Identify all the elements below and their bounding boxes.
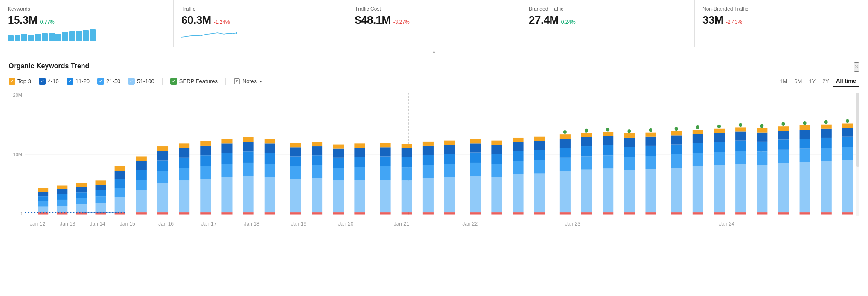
svg-rect-222 [757,133,767,142]
svg-rect-226 [778,163,789,212]
svg-rect-42 [136,190,147,212]
svg-rect-116 [402,157,412,167]
svg-text:Jan 24: Jan 24 [719,221,734,227]
svg-rect-127 [444,164,455,177]
svg-rect-25 [76,198,87,205]
svg-rect-170 [603,168,613,212]
svg-point-0 [236,32,237,34]
traffic-cost-label: Traffic Cost [355,6,510,12]
svg-rect-76 [243,137,254,142]
svg-rect-197 [693,212,703,214]
time-btn-2y[interactable]: 2Y [819,76,833,86]
svg-point-245 [824,120,828,124]
svg-rect-48 [157,183,168,212]
branded-label: Branded Traffic [529,6,684,12]
svg-rect-200 [693,143,703,153]
svg-point-175 [606,128,609,132]
legend-11-20-label: 11-20 [76,78,90,84]
legend-serp[interactable]: ✓ SERP Features [170,78,218,85]
legend-11-20[interactable]: ✓ 11-20 [67,78,90,85]
svg-rect-115 [402,167,412,180]
svg-rect-192 [671,154,682,168]
non-branded-change: -2.43% [726,19,742,25]
metric-traffic: Traffic 60.3M -1.24% [174,0,347,47]
metric-non-branded: Non-Branded Traffic 33M -2.43% [695,0,868,47]
svg-rect-114 [402,180,412,212]
notes-icon [233,78,240,85]
svg-rect-37 [115,188,125,197]
svg-rect-240 [821,161,832,212]
svg-rect-229 [778,131,789,139]
chart-section: Organic Keywords Trend × ✓ Top 3 ✓ 4-10 … [0,55,868,233]
svg-rect-205 [714,165,725,212]
svg-rect-34 [96,180,106,185]
svg-rect-28 [76,183,87,187]
branded-change: 0.24% [561,19,576,25]
close-button[interactable]: × [854,62,859,72]
time-btn-1y[interactable]: 1Y [805,76,819,86]
svg-rect-18 [57,206,67,212]
svg-rect-156 [560,171,571,212]
svg-rect-191 [671,168,682,212]
time-btn-all[interactable]: All time [833,76,859,87]
svg-rect-147 [513,142,524,151]
svg-rect-171 [603,155,613,168]
legend-21-50[interactable]: ✓ 21-50 [97,78,120,85]
svg-rect-97 [333,168,344,180]
svg-rect-81 [265,143,275,153]
legend-4-10[interactable]: ✓ 4-10 [39,78,59,85]
svg-rect-155 [560,212,571,214]
time-btn-6m[interactable]: 6M [791,76,805,86]
svg-rect-247 [842,160,853,212]
legend-top3-check: ✓ [9,78,15,85]
svg-rect-53 [179,212,189,214]
svg-rect-108 [380,180,391,212]
legend-11-20-check: ✓ [67,78,73,85]
svg-rect-221 [757,142,767,151]
svg-rect-237 [800,125,810,130]
svg-rect-63 [200,146,211,155]
svg-rect-49 [157,171,168,183]
svg-rect-65 [221,212,232,214]
svg-rect-15 [38,192,48,196]
legend-divider [162,78,163,85]
scrollbar-track[interactable] [856,93,859,216]
x-axis-labels: Jan 12 Jan 13 Jan 14 Jan 15 Jan 16 Jan 1… [25,219,859,229]
svg-rect-133 [470,163,481,176]
svg-rect-162 [581,212,592,214]
svg-rect-94 [312,142,322,146]
notes-label: Notes [242,78,257,84]
svg-rect-140 [491,154,502,164]
time-btn-1m[interactable]: 1M [776,76,791,86]
svg-rect-150 [534,174,545,212]
svg-rect-132 [470,176,481,212]
svg-rect-179 [624,147,635,157]
notes-button[interactable]: Notes ▾ [233,78,262,85]
svg-rect-185 [645,156,656,169]
svg-rect-219 [757,165,767,213]
svg-rect-159 [560,139,571,148]
svg-rect-74 [243,151,254,163]
svg-rect-95 [333,212,344,214]
collapse-bar[interactable]: ▲ [0,47,868,55]
legend-top3[interactable]: ✓ Top 3 [9,78,31,85]
svg-rect-188 [645,133,656,137]
svg-rect-60 [200,179,211,212]
svg-rect-174 [603,132,613,136]
svg-rect-178 [624,157,635,170]
svg-rect-66 [221,177,232,213]
svg-rect-144 [513,174,524,212]
svg-text:Jan 20: Jan 20 [338,221,353,227]
svg-rect-215 [735,131,746,140]
legend-row: ✓ Top 3 ✓ 4-10 ✓ 11-20 ✓ 21-50 ✓ 51-100 … [9,76,859,87]
svg-rect-152 [534,150,545,160]
svg-text:Jan 13: Jan 13 [60,221,75,227]
svg-rect-195 [671,131,682,135]
traffic-cost-change: -3.27% [393,19,410,25]
scrollbar-thumb[interactable] [856,93,859,167]
legend-51-100[interactable]: ✓ 51-100 [128,78,154,85]
svg-point-217 [739,123,742,127]
metric-keywords: Keywords 15.3M 0.77% [0,0,174,47]
svg-rect-21 [57,189,67,194]
legend-21-50-check: ✓ [97,78,104,85]
